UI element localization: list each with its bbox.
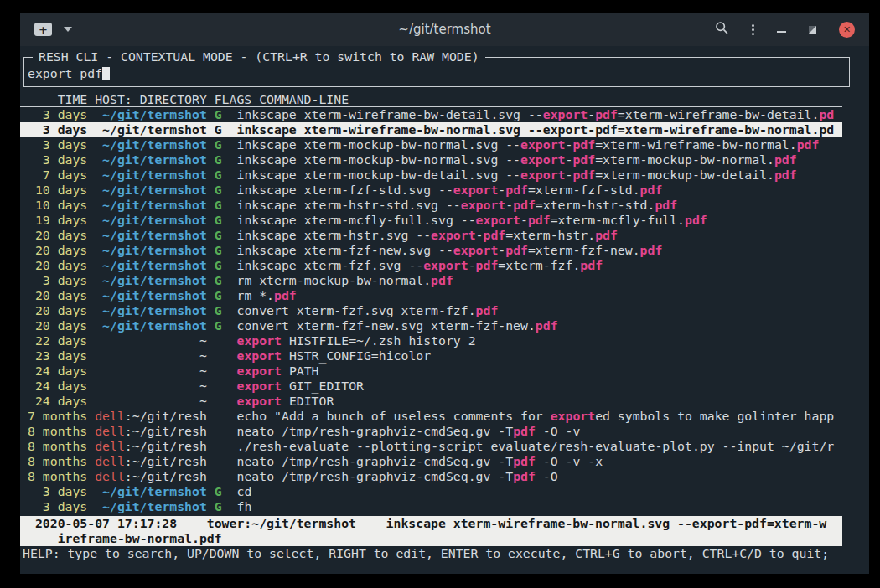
history-row[interactable]: 3 days ~/git/termshot G fh: [20, 499, 842, 514]
search-input[interactable]: export pdf: [28, 66, 102, 80]
history-row[interactable]: 7 months dell:~/git/resh echo "Add a bun…: [20, 409, 842, 424]
history-row[interactable]: 24 days ~ export PATH: [20, 364, 842, 379]
history-row[interactable]: 8 months dell:~/git/resh neato /tmp/resh…: [20, 454, 842, 469]
history-row[interactable]: 8 months dell:~/git/resh ./resh-evaluate…: [20, 439, 842, 454]
search-box[interactable]: RESH CLI - CONTEXTUAL MODE - (CTRL+R to …: [23, 57, 850, 87]
terminal-window: + ~/git/termshot ✕ RESH CLI - CONTEXTUAL…: [20, 13, 869, 563]
selected-command-preview: 2020-05-07 17:17:28 tower:~/git/termshot…: [20, 516, 842, 546]
history-row[interactable]: 3 days ~/git/termshot G inkscape xterm-m…: [20, 152, 842, 168]
history-row[interactable]: 22 days ~ export HISTFILE=~/.zsh_history…: [20, 333, 842, 348]
history-row[interactable]: 3 days ~/git/termshot G inkscape xterm-w…: [20, 107, 842, 122]
history-row[interactable]: 20 days ~/git/termshot G convert xterm-f…: [20, 318, 842, 333]
history-row[interactable]: 3 days ~/git/termshot G inkscape xterm-w…: [20, 122, 842, 137]
history-row[interactable]: 8 months dell:~/git/resh neato /tmp/resh…: [20, 469, 842, 484]
history-row[interactable]: 24 days ~ export GIT_EDITOR: [20, 379, 842, 394]
history-row[interactable]: 3 days ~/git/termshot G inkscape xterm-m…: [20, 137, 842, 152]
help-bar: HELP: type to search, UP/DOWN to select,…: [20, 546, 869, 561]
close-button[interactable]: ✕: [839, 22, 855, 38]
history-row[interactable]: 10 days ~/git/termshot G inkscape xterm-…: [20, 198, 842, 213]
history-row[interactable]: 3 days ~/git/termshot G cd: [20, 484, 842, 499]
history-row[interactable]: 23 days ~ export HSTR_CONFIG=hicolor: [20, 348, 842, 364]
history-row[interactable]: 10 days ~/git/termshot G inkscape xterm-…: [20, 183, 842, 198]
history-row[interactable]: 24 days ~ export EDITOR: [20, 394, 842, 409]
text-cursor: [102, 67, 110, 80]
history-row[interactable]: 20 days ~/git/termshot G inkscape xterm-…: [20, 228, 842, 243]
minimize-button[interactable]: [777, 31, 786, 33]
search-icon[interactable]: [715, 21, 729, 39]
table-header: TIME HOST: DIRECTORY FLAGS COMMAND-LINE: [20, 92, 842, 107]
history-row[interactable]: 20 days ~/git/termshot G inkscape xterm-…: [20, 258, 842, 273]
restore-button[interactable]: [809, 26, 816, 34]
history-row[interactable]: 20 days ~/git/termshot G convert xterm-f…: [20, 303, 842, 318]
history-rows: 3 days ~/git/termshot G inkscape xterm-w…: [20, 107, 842, 514]
search-box-label: RESH CLI - CONTEXTUAL MODE - (CTRL+R to …: [33, 49, 485, 64]
history-row[interactable]: 20 days ~/git/termshot G inkscape xterm-…: [20, 243, 842, 258]
menu-kebab-icon[interactable]: [752, 24, 754, 35]
history-row[interactable]: 7 days ~/git/termshot G inkscape xterm-m…: [20, 168, 842, 183]
terminal-content: RESH CLI - CONTEXTUAL MODE - (CTRL+R to …: [20, 57, 869, 574]
titlebar: + ~/git/termshot ✕: [20, 13, 869, 46]
history-row[interactable]: 8 months dell:~/git/resh neato /tmp/resh…: [20, 424, 842, 439]
history-row[interactable]: 20 days ~/git/termshot G rm *.pdf: [20, 288, 842, 303]
history-row[interactable]: 19 days ~/git/termshot G inkscape xterm-…: [20, 213, 842, 228]
history-row[interactable]: 3 days ~/git/termshot G rm xterm-mockup-…: [20, 273, 842, 288]
close-icon: ✕: [843, 25, 851, 34]
